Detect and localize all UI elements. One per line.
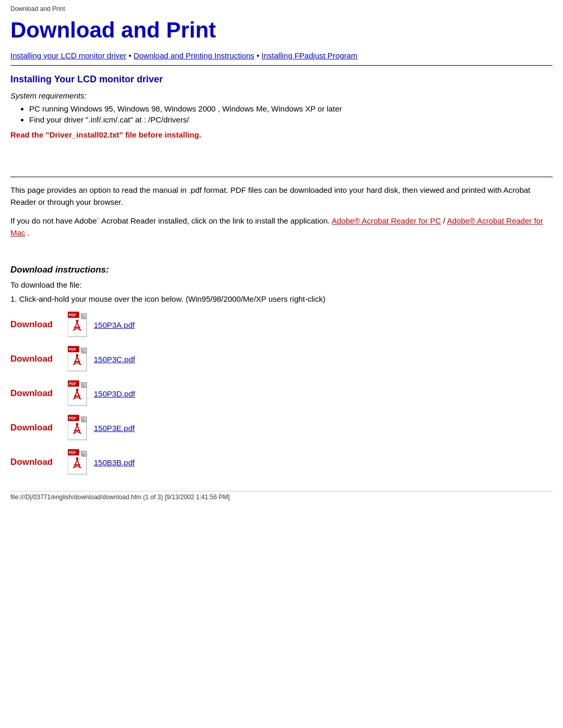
download-row-2: Download PDF 150P3C.pdf	[10, 346, 553, 372]
period: .	[28, 228, 30, 237]
page-title: Download and Print	[10, 18, 553, 43]
svg-text:PDF: PDF	[69, 416, 77, 420]
nav-links: Installing your LCD monitor driver • Dow…	[10, 51, 553, 60]
download-row-1: Download PDF 150P3A.pdf	[10, 312, 553, 338]
pdf-icon-4: PDF	[68, 415, 91, 441]
list-item: Find your driver ".inf/.icm/.cat" at : /…	[29, 115, 553, 124]
download-row-4: Download PDF 150P3E.pdf	[10, 415, 553, 441]
download-list: Download PDF 150P3A.pdf Download	[10, 312, 553, 475]
download-label-5: Download	[10, 457, 68, 467]
pdf-icon-1: PDF	[68, 312, 91, 338]
svg-point-30	[76, 389, 79, 391]
nav-link-lcd-driver[interactable]: Installing your LCD monitor driver	[10, 51, 127, 60]
nav-separator-2: •	[256, 51, 261, 60]
svg-point-52	[76, 458, 79, 460]
pdf-link-2[interactable]: 150P3C.pdf	[94, 355, 135, 364]
svg-point-8	[76, 320, 79, 323]
download-label-4: Download	[10, 423, 68, 433]
description-2: If you do not have Adobe¨ Acrobat Reader…	[10, 215, 553, 239]
divider-2	[10, 177, 553, 177]
download-row-5: Download PDF 150B3B.pdf	[10, 449, 553, 475]
list-item: PC running Windows 95, Windows 98, Windo…	[29, 104, 553, 113]
nav-link-fpadjust[interactable]: Installing FPadjust Program	[262, 51, 358, 60]
svg-text:PDF: PDF	[69, 451, 77, 454]
acrobat-pc-link[interactable]: Adobe® Acrobat Reader for PC	[332, 216, 441, 225]
svg-point-41	[76, 423, 79, 426]
pdf-icon-2: PDF	[68, 346, 91, 372]
section1-title: Installing Your LCD monitor driver	[10, 74, 553, 85]
pdf-link-3[interactable]: 150P3D.pdf	[94, 389, 135, 398]
svg-text:PDF: PDF	[69, 382, 77, 386]
nav-link-download-print[interactable]: Download and Printing Instructions	[133, 51, 254, 60]
description-1: This page provides an option to read the…	[10, 184, 553, 208]
system-req-label: System requirements:	[10, 91, 553, 100]
pdf-icon-3: PDF	[68, 380, 91, 406]
svg-text:PDF: PDF	[69, 313, 77, 317]
warning-text: Read the "Driver_install02.txt" file bef…	[10, 130, 553, 139]
download-label-3: Download	[10, 388, 68, 399]
download-instructions-title: Download instructions:	[10, 265, 553, 275]
pdf-link-5[interactable]: 150B3B.pdf	[94, 458, 134, 467]
nav-separator-1: •	[129, 51, 133, 60]
requirements-list: PC running Windows 95, Windows 98, Windo…	[29, 104, 553, 124]
click-instruction: 1. Click-and-hold your mouse over the ic…	[10, 294, 553, 303]
pdf-icon-5: PDF	[68, 449, 91, 475]
download-label: To download the file:	[10, 280, 553, 289]
divider-1	[10, 65, 553, 66]
pdf-link-4[interactable]: 150P3E.pdf	[94, 424, 134, 433]
description-2-text: If you do not have Adobe¨ Acrobat Reader…	[10, 216, 330, 225]
pdf-link-1[interactable]: 150P3A.pdf	[94, 320, 134, 329]
download-label-1: Download	[10, 319, 68, 330]
download-label-2: Download	[10, 354, 68, 364]
svg-point-19	[76, 354, 79, 357]
status-bar: file:///D|/03771/english/download/downlo…	[10, 491, 553, 501]
svg-text:PDF: PDF	[69, 348, 77, 351]
browser-title: Download and Print	[10, 5, 553, 13]
download-row-3: Download PDF 150P3D.pdf	[10, 380, 553, 406]
